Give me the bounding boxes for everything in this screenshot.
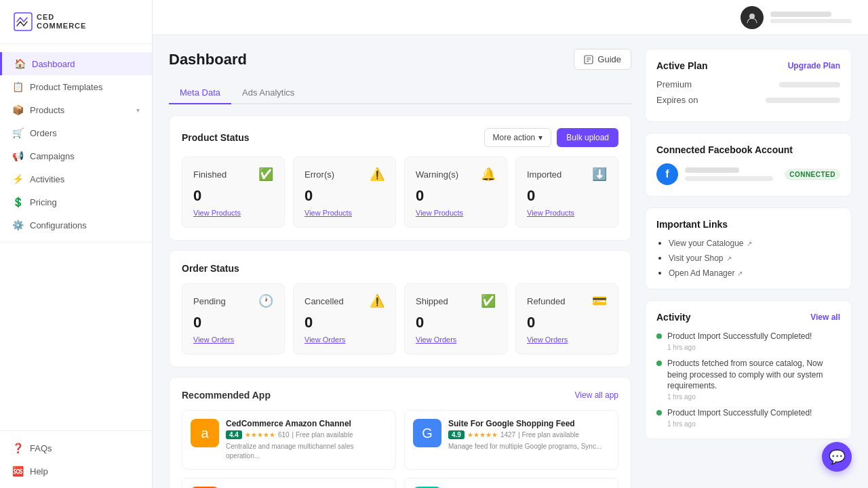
- upgrade-plan-link[interactable]: Upgrade Plan: [788, 61, 840, 70]
- order-link-refunded[interactable]: View Orders: [527, 336, 568, 344]
- app-card-amazon[interactable]: a CedCommerce Amazon Channel 4.4 ★★★★★ 6…: [182, 410, 396, 470]
- order-status-card-shipped: Shipped ✅ 0 View Orders: [404, 283, 507, 354]
- app-card-google[interactable]: G Suite For Google Shopping Feed 4.9 ★★★…: [404, 410, 618, 470]
- activity-card: Activity View all Product Import Success…: [645, 300, 852, 439]
- chevron-icon: ▾: [136, 106, 140, 114]
- nav-icon-help: 🆘: [12, 466, 23, 476]
- order-status-card-refunded: Refunded 💳 0 View Orders: [515, 283, 618, 354]
- order-status-header: Order Status: [182, 263, 618, 274]
- plan-expiry-row: Expires on: [656, 95, 840, 105]
- status-link-finished[interactable]: View Products: [193, 209, 241, 217]
- recommended-section: Recommended App View all app a CedCommer…: [169, 377, 631, 488]
- activity-time-2: 1 hrs ago: [667, 420, 812, 428]
- important-link-2[interactable]: Open Ad Manager ↗: [669, 268, 840, 278]
- nav-label-product-templates: Product Templates: [30, 82, 140, 92]
- external-icon-2: ↗: [737, 270, 743, 277]
- status-link-warnings[interactable]: View Products: [416, 209, 463, 217]
- order-count-refunded: 0: [527, 314, 607, 331]
- fb-info: [685, 167, 778, 181]
- activity-item-2: Product Import Successfully Completed! 1…: [656, 407, 840, 428]
- nav-icon-dashboard: 🏠: [14, 58, 25, 69]
- activity-time-1: 1 hrs ago: [667, 393, 840, 401]
- order-link-shipped[interactable]: View Orders: [416, 336, 456, 344]
- status-link-errors[interactable]: View Products: [304, 209, 352, 217]
- free-plan-amazon: | Free plan available: [292, 431, 353, 439]
- important-link-1[interactable]: Visit your Shop ↗: [669, 253, 840, 263]
- important-links-card: Important Links View your Catalogue ↗Vis…: [645, 207, 852, 289]
- sidebar-item-product-templates[interactable]: 📋 Product Templates: [0, 75, 152, 98]
- user-name-placeholder: [770, 12, 831, 17]
- order-icon-refunded: 💳: [592, 293, 607, 308]
- sidebar-item-pricing[interactable]: 💲 Pricing: [0, 190, 152, 214]
- recommended-header: Recommended App View all app: [182, 390, 618, 401]
- plan-premium-row: Premium: [656, 79, 840, 89]
- guide-label: Guide: [597, 54, 621, 64]
- nav-label-activities: Activities: [30, 174, 140, 184]
- sidebar-item-products[interactable]: 📦 Products ▾: [0, 98, 152, 121]
- order-label-refunded: Refunded: [527, 296, 565, 306]
- product-status-grid: Finished ✅ 0 View Products Error(s) ⚠️ 0…: [182, 157, 618, 228]
- rating-count-amazon: 610: [278, 431, 290, 439]
- more-action-button[interactable]: More action ▾: [484, 128, 552, 147]
- external-icon-0: ↗: [747, 240, 752, 247]
- status-icon-imported: ⬇️: [592, 167, 607, 182]
- order-status-title: Order Status: [182, 263, 239, 274]
- activity-dot-0: [656, 333, 662, 339]
- app-name-amazon: CedCommerce Amazon Channel: [226, 419, 387, 428]
- nav-items: 🏠 Dashboard 📋 Product Templates 📦 Produc…: [0, 44, 152, 430]
- app-rating-amazon: 4.4 ★★★★★ 610 | Free plan available: [226, 430, 387, 439]
- app-card-multi[interactable]: M Multichannel Importer 4.6 ★★★★★ 512 | …: [404, 478, 618, 488]
- nav-icon-campaigns: 📢: [12, 150, 23, 161]
- bulk-upload-button[interactable]: Bulk upload: [557, 128, 618, 147]
- status-label-imported: Imported: [527, 169, 561, 180]
- sidebar-item-help[interactable]: 🆘 Help: [0, 460, 152, 483]
- sidebar-item-campaigns[interactable]: 📢 Campaigns: [0, 144, 152, 167]
- order-link-pending[interactable]: View Orders: [193, 336, 234, 344]
- status-link-imported[interactable]: View Products: [527, 209, 574, 217]
- nav-label-pricing: Pricing: [30, 197, 140, 207]
- status-label-finished: Finished: [193, 169, 226, 180]
- user-email-placeholder: [770, 19, 852, 23]
- sidebar-item-dashboard[interactable]: 🏠 Dashboard: [0, 52, 152, 75]
- order-count-shipped: 0: [416, 314, 496, 331]
- sidebar: CED COMMERCE 🏠 Dashboard 📋 Product Templ…: [0, 0, 153, 488]
- app-desc-amazon: Centralize and manage multichannel sales…: [226, 442, 387, 461]
- facebook-account-card: Connected Facebook Account f CONNECTED: [645, 133, 852, 197]
- nav-label-faqs: FAQs: [30, 443, 140, 453]
- order-label-cancelled: Cancelled: [304, 296, 344, 306]
- chat-fab-button[interactable]: 💬: [822, 442, 852, 472]
- nav-icon-products: 📦: [12, 104, 23, 115]
- status-count-errors: 0: [304, 187, 384, 205]
- main-area: Dashboard Guide Meta DataAds Analytics P…: [153, 0, 868, 488]
- page-title: Dashboard: [169, 51, 247, 68]
- sidebar-item-activities[interactable]: ⚡ Activities: [0, 167, 152, 190]
- tab-ads-analytics[interactable]: Ads Analytics: [231, 82, 305, 104]
- product-status-card-imported: Imported ⬇️ 0 View Products: [515, 157, 618, 228]
- order-icon-pending: 🕐: [258, 293, 273, 308]
- facebook-icon: f: [656, 163, 678, 185]
- sidebar-item-configurations[interactable]: ⚙️ Configurations: [0, 214, 152, 237]
- connected-badge: CONNECTED: [785, 169, 840, 180]
- stars-google: ★★★★★: [467, 431, 498, 439]
- important-link-0[interactable]: View your Catalogue ↗: [669, 239, 840, 248]
- rating-count-google: 1427: [500, 431, 515, 439]
- activity-text-1: Products fetched from source catalog, No…: [667, 358, 840, 392]
- content-area: Dashboard Guide Meta DataAds Analytics P…: [153, 35, 868, 488]
- sidebar-item-orders[interactable]: 🛒 Orders: [0, 121, 152, 144]
- topbar: [153, 0, 868, 35]
- logo-text-line2: COMMERCE: [37, 22, 86, 30]
- order-link-cancelled[interactable]: View Orders: [304, 336, 345, 344]
- activity-text-0: Product Import Successfully Completed!: [667, 331, 812, 342]
- app-card-etsy[interactable]: E CedCommerce Etsy Integration 4.7 ★★★★★…: [182, 478, 396, 488]
- guide-button[interactable]: Guide: [574, 49, 631, 70]
- page-header: Dashboard Guide: [169, 49, 631, 70]
- view-all-apps-link[interactable]: View all app: [575, 390, 619, 400]
- product-status-title: Product Status: [182, 132, 250, 143]
- app-icon-google: G: [413, 419, 441, 447]
- tab-meta-data[interactable]: Meta Data: [169, 82, 231, 104]
- sidebar-item-faqs[interactable]: ❓ FAQs: [0, 436, 152, 460]
- facebook-title: Connected Facebook Account: [656, 144, 840, 155]
- activity-dot-2: [656, 410, 662, 415]
- status-count-warnings: 0: [416, 187, 496, 205]
- activity-view-all-link[interactable]: View all: [810, 312, 840, 322]
